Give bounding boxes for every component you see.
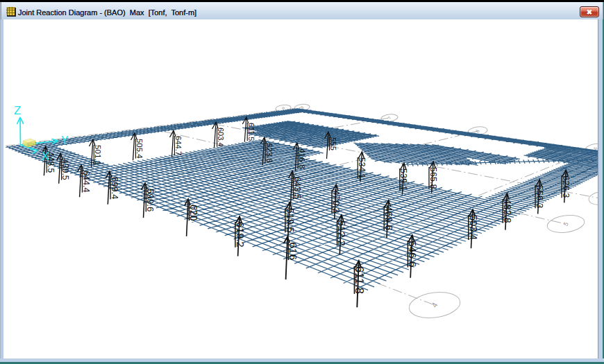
- svg-text:9: 9: [281, 105, 286, 110]
- svg-text:5: 5: [562, 220, 570, 227]
- svg-text:619.2: 619.2: [235, 222, 246, 248]
- svg-text:699.4: 699.4: [110, 177, 120, 199]
- svg-text:503.4: 503.4: [468, 215, 479, 240]
- svg-text:555: 555: [329, 137, 337, 150]
- svg-text:603.4: 603.4: [217, 128, 225, 147]
- svg-text:523.8: 523.8: [265, 143, 274, 163]
- svg-text:469.6: 469.6: [383, 206, 394, 230]
- svg-text:565.8: 565.8: [428, 167, 438, 189]
- svg-text:556.3: 556.3: [535, 185, 545, 208]
- svg-text:519.5: 519.5: [285, 208, 296, 232]
- svg-text:Z: Z: [14, 104, 21, 117]
- svg-text:616: 616: [287, 242, 299, 260]
- svg-text:4: 4: [430, 301, 439, 309]
- svg-text:470.3: 470.3: [331, 190, 342, 214]
- svg-text:512.2: 512.2: [336, 220, 347, 246]
- svg-text:416.8: 416.8: [297, 148, 307, 169]
- svg-text:501.1: 501.1: [94, 145, 103, 165]
- svg-text:611.5: 611.5: [247, 123, 255, 141]
- svg-text:626.3: 626.3: [561, 175, 571, 198]
- svg-text:539.1: 539.1: [399, 168, 408, 191]
- svg-text:Y: Y: [61, 135, 69, 146]
- svg-text:6: 6: [475, 128, 480, 133]
- svg-text:7: 7: [387, 116, 392, 121]
- svg-text:X: X: [42, 150, 49, 162]
- svg-text:644.4: 644.4: [81, 171, 91, 193]
- svg-text:643.5: 643.5: [292, 177, 303, 199]
- svg-text:505.4: 505.4: [135, 139, 144, 159]
- svg-text:534.1: 534.1: [357, 157, 367, 179]
- svg-text:546.6: 546.6: [407, 241, 419, 268]
- svg-text:620: 620: [188, 205, 199, 221]
- svg-text:482.8: 482.8: [502, 199, 512, 223]
- svg-text:611.8: 611.8: [353, 266, 366, 294]
- svg-text:599.6: 599.6: [145, 189, 156, 212]
- svg-text:439.5: 439.5: [60, 159, 70, 180]
- svg-text:644.7: 644.7: [174, 136, 183, 155]
